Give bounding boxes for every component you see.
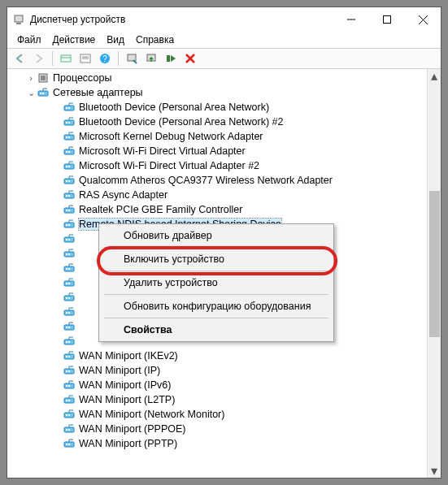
tree-device-label: WAN Miniport (IPv6) — [79, 379, 171, 391]
back-button[interactable] — [11, 50, 28, 67]
nic-icon — [63, 393, 76, 406]
device-manager-window: Диспетчер устройств Файл Действие Вид Сп… — [7, 6, 441, 479]
properties-button[interactable] — [76, 50, 94, 67]
svg-rect-67 — [68, 312, 70, 314]
menu-view[interactable]: Вид — [102, 32, 129, 47]
tree-device-item[interactable]: RAS Async Adapter — [7, 188, 427, 202]
tree-device-label: WAN Miniport (PPPOE) — [79, 423, 186, 435]
svg-rect-64 — [68, 297, 70, 299]
svg-rect-28 — [68, 122, 70, 123]
menu-action[interactable]: Действие — [48, 32, 101, 47]
ctx-properties[interactable]: Свойства — [101, 320, 332, 340]
ctx-separator — [104, 294, 328, 295]
nic-icon — [63, 232, 76, 245]
nic-icon — [63, 203, 76, 216]
tree-device-label: WAN Miniport (IP) — [79, 365, 160, 376]
update-drv-button[interactable] — [142, 50, 160, 67]
tree-device-item[interactable]: Bluetooth Device (Personal Area Network)… — [7, 115, 427, 129]
tree-device-label: WAN Miniport (Network Monitor) — [79, 409, 224, 420]
scan-button[interactable] — [123, 50, 141, 67]
tree-device-item[interactable]: WAN Miniport (IPv6) — [7, 378, 427, 392]
minimize-button[interactable] — [333, 7, 369, 32]
tree-device-item[interactable]: WAN Miniport (PPPOE) — [7, 422, 427, 436]
svg-rect-40 — [68, 180, 70, 182]
ctx-update-driver[interactable]: Обновить драйвер — [101, 226, 332, 245]
tree-device-label: WAN Miniport (IKEv2) — [79, 350, 178, 362]
svg-rect-75 — [66, 356, 67, 357]
tree-device-item[interactable]: WAN Miniport (IP) — [7, 363, 427, 378]
svg-rect-51 — [66, 239, 67, 240]
ctx-scan-hardware[interactable]: Обновить конфигурацию оборудования — [101, 297, 332, 316]
svg-rect-0 — [15, 15, 23, 22]
ctx-separator — [104, 318, 328, 318]
network-icon — [37, 86, 50, 99]
svg-rect-79 — [68, 370, 70, 372]
chevron-right-icon[interactable]: › — [25, 74, 37, 83]
nic-icon — [63, 130, 76, 143]
tree-device-item[interactable]: WAN Miniport (L2TP) — [7, 392, 427, 407]
tree-device-label: Qualcomm Atheros QCA9377 Wireless Networ… — [79, 175, 333, 186]
tree-device-label: WAN Miniport (PPTP) — [79, 438, 177, 449]
svg-rect-6 — [61, 55, 71, 62]
tree-category-netadapters[interactable]: ⌄ Сетевые адаптеры — [7, 85, 427, 100]
nic-icon — [63, 276, 76, 289]
nic-icon — [63, 159, 76, 172]
tree-device-item[interactable]: Microsoft Wi-Fi Direct Virtual Adapter — [7, 144, 427, 158]
ctx-uninstall[interactable]: Удалить устройство — [101, 273, 332, 292]
nic-icon — [63, 349, 76, 362]
tree-device-item[interactable]: Bluetooth Device (Personal Area Network) — [7, 100, 427, 115]
close-button[interactable] — [405, 7, 441, 32]
help-button[interactable]: ? — [96, 50, 114, 67]
svg-rect-25 — [68, 107, 70, 109]
svg-rect-55 — [68, 253, 70, 255]
tree-device-item[interactable]: WAN Miniport (PPTP) — [7, 436, 427, 451]
scroll-thumb[interactable] — [429, 191, 440, 337]
svg-rect-88 — [68, 414, 70, 416]
svg-rect-66 — [66, 312, 67, 314]
tree-device-label: Microsoft Wi-Fi Direct Virtual Adapter — [79, 145, 246, 157]
svg-rect-27 — [66, 122, 67, 123]
tree-device-item[interactable]: Microsoft Wi-Fi Direct Virtual Adapter #… — [7, 158, 427, 173]
nic-icon — [63, 364, 76, 377]
tree-category-processors[interactable]: › Процессоры — [7, 71, 427, 85]
svg-rect-54 — [66, 253, 67, 255]
tree-device-item[interactable]: Microsoft Kernel Debug Network Adapter — [7, 129, 427, 144]
show-hidden-button[interactable] — [57, 50, 75, 67]
svg-rect-42 — [66, 195, 67, 197]
nic-icon — [63, 188, 76, 201]
tree-label: Процессоры — [53, 72, 111, 84]
enable-button[interactable] — [162, 50, 180, 67]
svg-rect-31 — [68, 136, 70, 138]
tree-device-item[interactable]: WAN Miniport (Network Monitor) — [7, 407, 427, 422]
vertical-scrollbar[interactable]: ▴ ▾ — [427, 69, 441, 478]
nic-icon — [63, 305, 76, 318]
svg-rect-30 — [66, 136, 67, 138]
nic-icon — [63, 335, 76, 348]
svg-rect-1 — [16, 23, 21, 24]
svg-rect-84 — [66, 400, 67, 401]
chevron-down-icon[interactable]: ⌄ — [25, 89, 37, 97]
svg-rect-52 — [68, 239, 70, 240]
tree-device-item[interactable]: Realtek PCIe GBE Family Controller — [7, 202, 427, 217]
uninstall-button[interactable] — [181, 50, 199, 67]
svg-rect-22 — [42, 93, 44, 94]
svg-rect-78 — [66, 370, 67, 372]
svg-rect-69 — [66, 327, 67, 328]
tree-device-item[interactable]: WAN Miniport (IKEv2) — [7, 349, 427, 363]
scroll-up-button[interactable]: ▴ — [428, 69, 441, 83]
maximize-button[interactable] — [369, 7, 405, 32]
ctx-enable-device[interactable]: Включить устройство — [101, 249, 332, 269]
forward-button[interactable] — [30, 50, 48, 67]
tree-device-label: RAS Async Adapter — [79, 189, 167, 201]
nic-icon — [63, 174, 76, 187]
scroll-down-button[interactable]: ▾ — [428, 464, 441, 478]
svg-rect-46 — [68, 210, 70, 211]
svg-rect-81 — [66, 385, 67, 387]
device-tree[interactable]: › Процессоры ⌄ Сетевые адаптеры Bluetoot… — [7, 69, 427, 478]
menu-help[interactable]: Справка — [131, 32, 179, 47]
svg-rect-94 — [68, 444, 70, 445]
nic-icon — [63, 320, 76, 333]
ctx-separator — [104, 271, 328, 271]
menu-file[interactable]: Файл — [12, 32, 46, 47]
tree-device-item[interactable]: Qualcomm Atheros QCA9377 Wireless Networ… — [7, 173, 427, 188]
